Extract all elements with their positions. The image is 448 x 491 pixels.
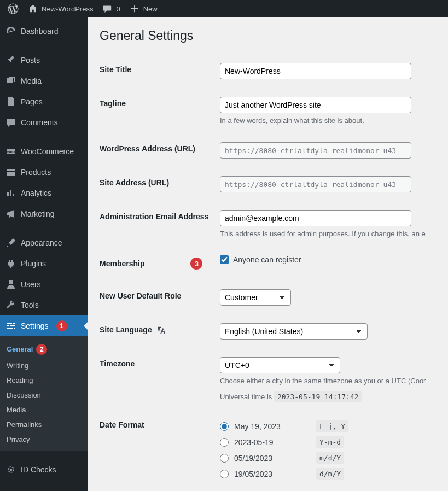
sidebar-label: Analytics [21,189,51,197]
user-icon [5,279,16,290]
tagline-label: Tagline [100,88,220,133]
sidebar-label: ID Checks [21,465,56,474]
tagline-input[interactable] [220,97,411,113]
sidebar-label: Comments [21,118,58,127]
sidebar-item-users[interactable]: Users [0,274,88,295]
admin-bar-site-name: New-WordPress [42,5,93,13]
site-title-label: Site Title [100,54,220,88]
annotation-1: 1 [56,320,67,331]
admin-email-description: This address is used for admin purposes.… [220,230,430,238]
sidebar-item-posts[interactable]: Posts [0,50,88,71]
wp-address-input[interactable] [220,142,411,159]
date-format-code: F j, Y [316,420,348,432]
site-address-label: Site Address (URL) [100,167,220,201]
date-format-example: May 19, 2023 [234,422,311,431]
sidebar-item-id-checks[interactable]: ID Checks [0,459,88,480]
media-icon [5,75,16,86]
date-format-label: Date Format [100,410,220,490]
sidebar-item-media[interactable]: Media [0,71,88,91]
sidebar-label: Appearance [21,238,62,247]
plug-icon [5,258,16,269]
analytics-icon [5,188,16,198]
date-format-example: 05/19/2023 [234,454,311,463]
new-user-role-select[interactable]: Customer [220,289,291,306]
sidebar-label: Settings [21,322,49,330]
date-format-radio[interactable] [220,470,229,478]
date-format-radio[interactable] [220,438,229,447]
products-icon [5,167,16,178]
date-format-option: May 19, 2023F j, Y [220,418,430,434]
svg-text:woo: woo [7,150,15,154]
translate-icon [156,325,166,335]
admin-bar: New-WordPress 0 New [0,0,448,17]
sidebar-label: Media [21,77,42,85]
sidebar-item-settings[interactable]: Settings1 [0,315,88,336]
sidebar-item-products[interactable]: Products [0,162,88,183]
sidebar-item-dashboard[interactable]: Dashboard [0,21,88,42]
site-title-input[interactable] [220,63,411,79]
sidebar-item-marketing[interactable]: Marketing [0,203,88,224]
sidebar-item-pages[interactable]: Pages [0,91,88,112]
wp-address-label: WordPress Address (URL) [100,133,220,167]
timezone-label: Timezone [100,348,220,410]
submenu-permalinks[interactable]: Permalinks [0,417,88,432]
pages-icon [5,96,16,107]
universal-time-row: Universal time is 2023-05-19 14:17:42. [220,393,430,401]
brush-icon [5,237,16,248]
page-title: General Settings [100,28,436,43]
date-format-radio[interactable] [220,422,229,431]
sidebar-label: Products [21,168,51,177]
submenu-reading[interactable]: Reading [0,373,88,388]
date-format-option: 05/19/2023m/d/Y [220,450,430,466]
anyone-can-register-checkbox[interactable] [220,255,229,264]
timezone-description: Choose either a city in the same timezon… [220,377,430,385]
sidebar-item-tools[interactable]: Tools [0,295,88,315]
date-format-option: 19/05/2023d/m/Y [220,466,430,482]
sidebar-item-analytics[interactable]: Analytics [0,183,88,203]
sidebar-item-woocommerce[interactable]: wooWooCommerce [0,141,88,162]
sidebar-label: Pages [21,97,43,106]
sidebar-item-plugins[interactable]: Plugins [0,253,88,274]
anyone-can-register-label: Anyone can register [233,255,301,264]
annotation-2: 2 [36,344,47,355]
new-user-role-label: New User Default Role [100,280,220,314]
date-format-radio[interactable] [220,454,229,463]
sidebar-label: Dashboard [21,27,59,36]
comment-icon [102,3,113,14]
submenu-discussion[interactable]: Discussion [0,388,88,402]
pin-icon [5,55,16,66]
site-language-select[interactable]: English (United States) [220,323,368,340]
submenu-media[interactable]: Media [0,402,88,417]
admin-email-input[interactable] [220,210,411,226]
submenu-general[interactable]: General2 [0,341,88,358]
site-address-input[interactable] [220,176,411,192]
wp-logo[interactable] [3,0,23,17]
settings-submenu: General2 Writing Reading Discussion Medi… [0,336,88,451]
admin-email-label: Administration Email Address [100,201,220,247]
sidebar-item-comments[interactable]: Comments [0,112,88,133]
sidebar-label: Users [21,280,41,289]
comments-count: 0 [116,5,120,13]
date-format-code: d/m/Y [316,468,344,480]
sidebar-label: Marketing [21,209,54,218]
site-switcher[interactable]: New-WordPress [23,0,97,17]
sidebar-label: Posts [21,56,40,65]
date-format-code: m/d/Y [316,452,344,464]
admin-bar-comments[interactable]: 0 [97,0,124,17]
id-icon [5,464,16,475]
sidebar-label: WooCommerce [21,147,74,156]
submenu-privacy[interactable]: Privacy [0,432,88,447]
admin-sidebar: Dashboard Posts Media Pages Comments woo… [0,17,88,491]
woocommerce-icon: woo [5,146,16,157]
admin-bar-new[interactable]: New [125,0,162,17]
membership-label: Membership [100,259,144,268]
wordpress-icon [8,3,19,14]
date-format-example: 2023-05-19 [234,438,311,447]
settings-page: General Settings Site Title Tagline In a… [88,17,448,491]
sidebar-item-appearance[interactable]: Appearance [0,232,88,253]
dashboard-icon [5,26,16,37]
timezone-select[interactable]: UTC+0 [220,357,340,373]
sliders-icon [5,320,16,331]
submenu-writing[interactable]: Writing [0,358,88,373]
site-language-label: Site Language [100,325,152,334]
